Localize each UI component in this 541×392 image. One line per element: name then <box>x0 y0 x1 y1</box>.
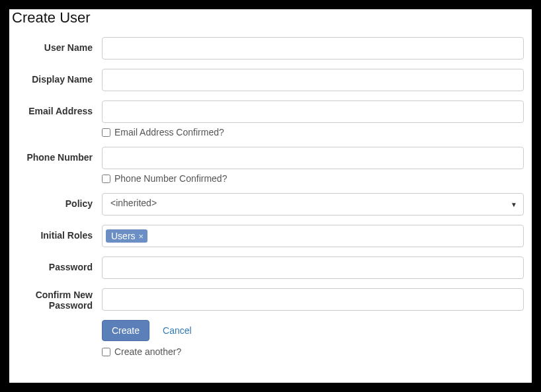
close-icon[interactable]: × <box>139 232 144 241</box>
email-confirmed-label: Email Address Confirmed? <box>114 127 224 137</box>
phone-confirmed-label: Phone Number Confirmed? <box>114 173 227 184</box>
displayname-label: Display Name <box>9 69 102 85</box>
role-tag[interactable]: Users × <box>106 229 147 243</box>
phone-input[interactable] <box>102 147 524 169</box>
create-another-checkbox[interactable] <box>102 348 110 356</box>
username-input[interactable] <box>102 37 524 59</box>
roles-label: Initial Roles <box>9 225 102 241</box>
page-title: Create User <box>12 9 532 26</box>
phone-label: Phone Number <box>9 147 102 163</box>
email-confirmed-checkbox[interactable] <box>102 128 110 137</box>
password-input[interactable] <box>102 256 524 279</box>
confirm-password-label: Confirm New Password <box>9 288 102 311</box>
roles-input[interactable]: Users × <box>102 225 524 247</box>
email-input[interactable] <box>102 100 524 123</box>
confirm-password-input[interactable] <box>102 288 524 311</box>
policy-select[interactable]: <inherited> <box>102 193 524 216</box>
create-another-label: Create another? <box>114 346 181 357</box>
role-tag-label: Users <box>111 231 136 241</box>
displayname-input[interactable] <box>102 69 524 91</box>
policy-label: Policy <box>9 193 102 209</box>
phone-confirmed-checkbox[interactable] <box>102 175 110 183</box>
password-label: Password <box>9 256 102 272</box>
create-button[interactable]: Create <box>102 320 149 341</box>
email-label: Email Address <box>9 100 102 116</box>
cancel-button[interactable]: Cancel <box>156 321 198 340</box>
username-label: User Name <box>9 37 102 53</box>
